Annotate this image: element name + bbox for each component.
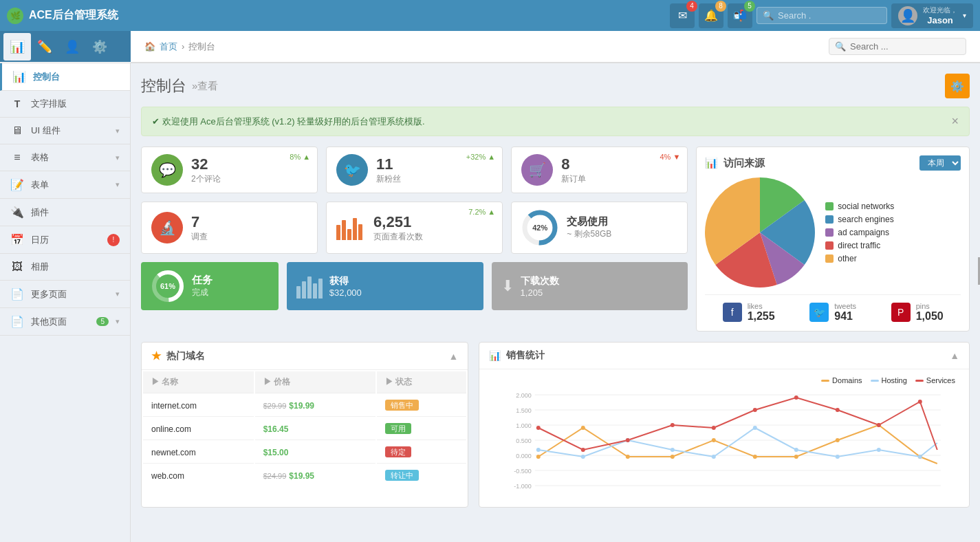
sidebar-item-table[interactable]: ≡ 表格 ▾ xyxy=(0,144,130,171)
plugin-icon: 🔌 xyxy=(10,206,24,219)
tb-edit-btn[interactable]: ✏️ xyxy=(31,33,58,61)
user-menu-button[interactable]: 👤 欢迎光临， Jason ▾ xyxy=(891,3,973,28)
sales-chart-svg: 2.000 1.500 1.000 0.500 0.000 -0.500 -1.… xyxy=(486,388,962,498)
stats-section: 💬 32 2个评论 8% ▲ 🐦 11 新粉丝 xyxy=(141,147,688,332)
sidebar-item-form[interactable]: 📝 表单 ▾ xyxy=(0,171,130,199)
survey-label: 调查 xyxy=(191,231,208,243)
domains-table: ▶ 名称 ▶ 价格 ▶ 状态 internet.com $29.99$19.99… xyxy=(142,370,468,488)
alert-close-button[interactable]: × xyxy=(951,114,959,129)
tb-gear-btn[interactable]: ⚙️ xyxy=(86,33,113,61)
orders-icon: 🛒 xyxy=(521,154,553,186)
mail-button[interactable]: ✉ 4 xyxy=(670,3,695,28)
chevron-down-icon: ▾ xyxy=(963,12,966,19)
domain-name-3: newnet.com xyxy=(143,442,254,464)
brand: 🌿 ACE后台管理系统 xyxy=(7,8,118,24)
pt-stat: P pins 1,050 xyxy=(891,302,944,323)
typography-icon: T xyxy=(10,98,24,109)
domain-price-2: $16.45 xyxy=(255,418,376,440)
sidebar-label-form: 表单 xyxy=(31,179,109,191)
dot xyxy=(753,455,757,459)
pie-chart-svg xyxy=(705,177,815,288)
col-price: ▶ 价格 xyxy=(255,371,376,393)
other-pages-icon: 📄 xyxy=(10,315,24,328)
legend-dot-ad xyxy=(825,228,834,237)
bar-3 xyxy=(347,229,351,240)
domain-name-2: online.com xyxy=(143,418,254,440)
task-info: 任务 完成 xyxy=(192,274,213,299)
stat-card-survey: 🔬 7 调查 xyxy=(141,202,318,254)
sidebar-item-dashboard[interactable]: 📊 控制台 xyxy=(0,63,130,91)
stat-info-transaction: 交易使用 ~ 剩余58GB xyxy=(567,215,611,240)
stat-card-orders: 🛒 8 新订单 4% ▼ xyxy=(511,147,688,193)
home-icon: 🏠 xyxy=(144,41,155,52)
svg-text:0.000: 0.000 xyxy=(516,453,532,459)
sales-collapse-button[interactable]: ▲ xyxy=(950,350,959,361)
revenue-label: 获得 xyxy=(329,275,362,288)
search-icon: 🔍 xyxy=(763,10,774,21)
breadcrumb-current: 控制台 xyxy=(188,41,215,53)
domain-status-3: 待定 xyxy=(377,442,466,464)
dot xyxy=(626,455,630,459)
layout: 📊 控制台 T 文字排版 🖥 UI 组件 ▾ ≡ 表格 ▾ 📝 表单 ▾ 🔌 插… xyxy=(0,63,980,542)
legend-label-services: Services xyxy=(926,376,955,384)
sidebar-item-typography[interactable]: T 文字排版 xyxy=(0,91,130,118)
search-input[interactable] xyxy=(778,10,881,21)
twitter-badge: +32% ▲ xyxy=(466,153,495,161)
traffic-section: 📊 访问来源 本周 本月 本年 xyxy=(696,147,970,332)
domains-collapse-button[interactable]: ▲ xyxy=(449,351,459,362)
dot xyxy=(794,448,798,452)
album-icon: 🖼 xyxy=(10,261,24,273)
sidebar-label-calendar: 日历 xyxy=(31,234,100,246)
download-info: 下载次数 1,205 xyxy=(521,275,559,298)
bell-button[interactable]: 🔔 8 xyxy=(699,3,723,28)
svg-text:1.000: 1.000 xyxy=(516,422,532,429)
sidebar-item-ui[interactable]: 🖥 UI 组件 ▾ xyxy=(0,118,130,144)
tw-count: 941 xyxy=(834,310,856,323)
transaction-donut: 42% xyxy=(521,209,558,246)
sidebar-label-typography: 文字排版 xyxy=(31,98,120,110)
dot xyxy=(712,455,716,459)
col-status: ▶ 状态 xyxy=(377,371,466,393)
bottom-row: ★ 热门域名 ▲ ▶ 名称 ▶ 价格 ▶ 状态 xyxy=(141,342,970,508)
form-icon: 📝 xyxy=(10,178,24,191)
domains-title-text: 热门域名 xyxy=(166,350,205,362)
settings-gear-button[interactable]: ⚙️ xyxy=(945,74,970,98)
sidebar-item-album[interactable]: 🖼 相册 xyxy=(0,254,130,281)
bar-1 xyxy=(336,225,340,240)
other-pages-count-badge: 5 xyxy=(96,317,109,326)
legend-social: social networks xyxy=(825,202,894,211)
sidebar-item-other-pages[interactable]: 📄 其他页面 5 ▾ xyxy=(0,308,130,336)
breadcrumb-search-input[interactable] xyxy=(850,41,960,52)
task-card: 61% 任务 完成 xyxy=(141,262,279,310)
comments-icon: 💬 xyxy=(151,154,183,186)
pinterest-icon: P xyxy=(891,303,911,322)
sidebar-item-calendar[interactable]: 📅 日历 ! xyxy=(0,226,130,254)
social-stats: f likes 1,255 🐦 tweets 941 xyxy=(705,294,961,323)
pie-section: social networks search engines ad campai… xyxy=(705,177,961,288)
inbox-badge: 5 xyxy=(744,1,755,12)
stat-card-transaction: 42% 交易使用 ~ 剩余58GB xyxy=(511,202,688,254)
svg-text:1.500: 1.500 xyxy=(516,407,532,414)
legend-dot-domains xyxy=(821,380,829,382)
inbox-button[interactable]: 📬 5 xyxy=(728,3,752,28)
survey-icon: 🔬 xyxy=(151,212,183,243)
legend-label-ad: ad campaigns xyxy=(838,228,889,237)
sidebar-item-plugin[interactable]: 🔌 插件 xyxy=(0,199,130,226)
svg-text:2.000: 2.000 xyxy=(516,392,532,399)
sidebar-item-more-pages[interactable]: 📄 更多页面 ▾ xyxy=(0,281,130,308)
dot xyxy=(877,448,881,452)
task-subtitle: 完成 xyxy=(192,287,213,299)
period-select[interactable]: 本周 本月 本年 xyxy=(919,155,961,171)
pageviews-num: 6,251 xyxy=(373,213,423,231)
calendar-icon: 📅 xyxy=(10,233,24,246)
dot xyxy=(836,438,840,442)
twitter-num: 11 xyxy=(376,155,401,173)
twitter-icon: 🐦 xyxy=(336,154,368,186)
avatar: 👤 xyxy=(898,6,917,25)
dot xyxy=(536,455,541,459)
breadcrumb-bar: 🏠 首页 › 控制台 🔍 xyxy=(131,31,980,63)
tb-user-btn[interactable]: 👤 xyxy=(58,33,86,61)
breadcrumb-home[interactable]: 首页 xyxy=(160,41,177,53)
pageviews-label: 页面查看次数 xyxy=(373,231,423,243)
tb-chart-btn[interactable]: 📊 xyxy=(3,33,31,61)
